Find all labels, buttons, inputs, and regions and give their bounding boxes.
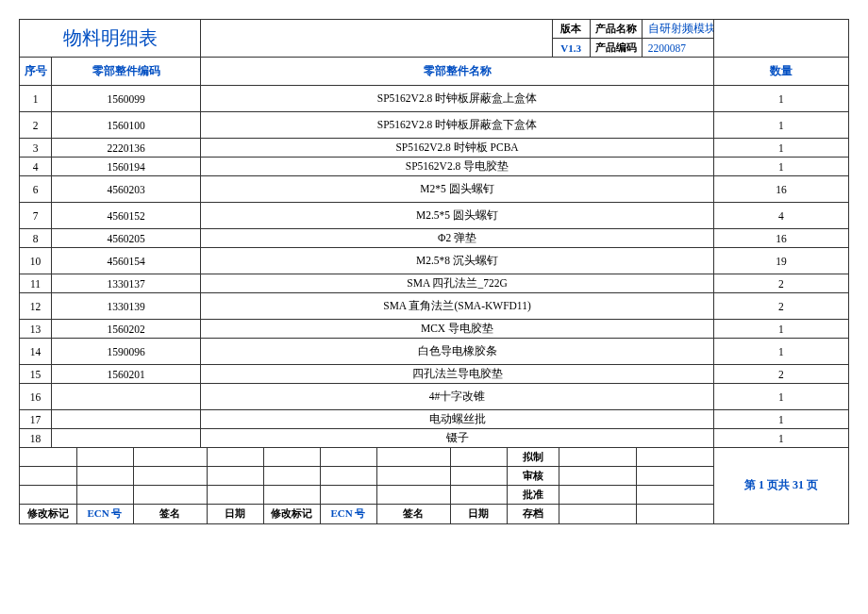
cell-seq: 13 — [20, 320, 52, 339]
bom-table: 物料明细表 版本 产品名称 自研射频模块时钟板 V1.3 产品编码 220008… — [19, 19, 849, 524]
cell-name: SMA 直角法兰(SMA-KWFD11) — [201, 293, 714, 320]
cell-name: M2.5*8 沉头螺钉 — [201, 248, 714, 274]
cell-qty: 1 — [713, 339, 848, 365]
table-row: 84560205Φ2 弹垫16 — [20, 229, 849, 248]
cell-seq: 16 — [20, 384, 52, 410]
cell-qty: 1 — [713, 158, 848, 176]
cell-seq: 2 — [20, 112, 52, 139]
table-row: 41560194SP5162V2.8 导电胶垫1 — [20, 158, 849, 176]
table-row: 74560152M2.5*5 圆头螺钉4 — [20, 203, 849, 229]
version-label: 版本 — [552, 20, 590, 39]
cell-name: SP5162V2.8 导电胶垫 — [201, 158, 714, 176]
version-value: V1.3 — [552, 39, 590, 58]
cell-qty: 2 — [713, 365, 848, 384]
cell-qty: 2 — [713, 293, 848, 320]
cell-name: 四孔法兰导电胶垫 — [201, 365, 714, 384]
cell-code: 2220136 — [52, 139, 201, 158]
bottom-label-1: ECN 号 — [76, 505, 133, 523]
cell-code: 4560205 — [52, 229, 201, 248]
cell-code: 1560099 — [52, 86, 201, 112]
table-row: 104560154M2.5*8 沉头螺钉19 — [20, 248, 849, 274]
col-part-code: 零部整件编码 — [52, 58, 201, 86]
cell-qty: 1 — [713, 410, 848, 429]
cell-qty: 1 — [713, 139, 848, 158]
cell-qty: 1 — [713, 86, 848, 112]
doc-title: 物料明细表 — [20, 20, 201, 58]
cell-code: 1560194 — [52, 158, 201, 176]
table-row: 131560202MCX 导电胶垫1 — [20, 320, 849, 339]
table-row: 151560201四孔法兰导电胶垫2 — [20, 365, 849, 384]
bottom-label-2: 签名 — [133, 505, 207, 523]
cell-name: SP5162V2.8 时钟板 PCBA — [201, 139, 714, 158]
cell-code — [52, 384, 201, 410]
cell-seq: 12 — [20, 293, 52, 320]
approval-label-2: 批准 — [507, 486, 559, 505]
cell-name: Φ2 弹垫 — [201, 229, 714, 248]
cell-seq: 18 — [20, 429, 52, 448]
cell-qty: 19 — [713, 248, 848, 274]
cell-qty: 1 — [713, 112, 848, 139]
product-name-value: 自研射频模块时钟板 — [642, 20, 713, 39]
cell-seq: 1 — [20, 86, 52, 112]
cell-name: 镊子 — [201, 429, 714, 448]
cell-qty: 2 — [713, 274, 848, 293]
col-seq: 序号 — [20, 58, 52, 86]
table-row: 121330139SMA 直角法兰(SMA-KWFD11)2 — [20, 293, 849, 320]
cell-code: 1330137 — [52, 274, 201, 293]
page-info: 第 1 页共 31 页 — [713, 448, 848, 524]
cell-code — [52, 429, 201, 448]
cell-seq: 7 — [20, 203, 52, 229]
cell-name: SMA 四孔法兰_722G — [201, 274, 714, 293]
cell-qty: 16 — [713, 229, 848, 248]
cell-qty: 1 — [713, 384, 848, 410]
bottom-label-5: ECN 号 — [320, 505, 376, 523]
cell-qty: 1 — [713, 429, 848, 448]
cell-name: 4#十字改锥 — [201, 384, 714, 410]
cell-code: 1590096 — [52, 339, 201, 365]
cell-seq: 4 — [20, 158, 52, 176]
table-row: 111330137SMA 四孔法兰_722G2 — [20, 274, 849, 293]
cell-code: 4560203 — [52, 176, 201, 203]
table-row: 18镊子1 — [20, 429, 849, 448]
table-row: 141590096白色导电橡胶条1 — [20, 339, 849, 365]
col-qty: 数量 — [713, 58, 848, 86]
bottom-label-7: 日期 — [450, 505, 507, 523]
cell-code: 1560100 — [52, 112, 201, 139]
cell-code — [52, 410, 201, 429]
approval-label-3: 存档 — [507, 505, 559, 523]
cell-seq: 15 — [20, 365, 52, 384]
bottom-label-4: 修改标记 — [263, 505, 320, 523]
cell-seq: 17 — [20, 410, 52, 429]
cell-code: 4560154 — [52, 248, 201, 274]
cell-code: 1560201 — [52, 365, 201, 384]
table-row: 17电动螺丝批1 — [20, 410, 849, 429]
cell-qty: 1 — [713, 320, 848, 339]
cell-name: 电动螺丝批 — [201, 410, 714, 429]
cell-code: 1330139 — [52, 293, 201, 320]
bottom-label-3: 日期 — [207, 505, 263, 523]
cell-seq: 14 — [20, 339, 52, 365]
cell-code: 1560202 — [52, 320, 201, 339]
cell-code: 4560152 — [52, 203, 201, 229]
cell-name: 白色导电橡胶条 — [201, 339, 714, 365]
table-row: 64560203M2*5 圆头螺钉16 — [20, 176, 849, 203]
approval-label-0: 拟制 — [507, 448, 559, 467]
cell-name: M2*5 圆头螺钉 — [201, 176, 714, 203]
cell-name: SP5162V2.8 时钟板屏蔽盒上盒体 — [201, 86, 714, 112]
product-code-label: 产品编码 — [590, 39, 642, 58]
table-row: 11560099SP5162V2.8 时钟板屏蔽盒上盒体1 — [20, 86, 849, 112]
bottom-label-0: 修改标记 — [20, 505, 76, 523]
table-row: 32220136SP5162V2.8 时钟板 PCBA1 — [20, 139, 849, 158]
cell-seq: 10 — [20, 248, 52, 274]
col-part-name: 零部整件名称 — [201, 58, 714, 86]
bottom-label-6: 签名 — [376, 505, 450, 523]
table-row: 21560100SP5162V2.8 时钟板屏蔽盒下盒体1 — [20, 112, 849, 139]
cell-seq: 11 — [20, 274, 52, 293]
cell-qty: 4 — [713, 203, 848, 229]
cell-name: MCX 导电胶垫 — [201, 320, 714, 339]
cell-qty: 16 — [713, 176, 848, 203]
table-row: 164#十字改锥1 — [20, 384, 849, 410]
cell-seq: 8 — [20, 229, 52, 248]
product-name-label: 产品名称 — [590, 20, 642, 39]
product-code-value: 2200087 — [642, 39, 713, 58]
